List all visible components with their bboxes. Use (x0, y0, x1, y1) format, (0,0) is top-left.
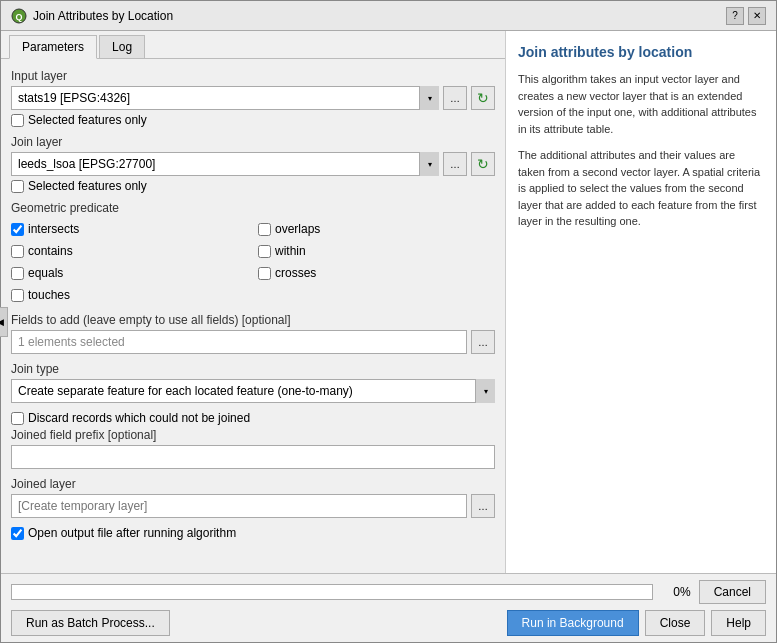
predicate-crosses: crosses (258, 266, 495, 280)
close-button[interactable]: Close (645, 610, 706, 636)
join-type-group: Join type Create separate feature for ea… (11, 362, 495, 403)
join-refresh-icon: ↻ (477, 156, 489, 172)
join-layer-select[interactable]: leeds_lsoa [EPSG:27700] (11, 152, 439, 176)
predicate-within: within (258, 244, 495, 258)
open-output-label: Open output file after running algorithm (28, 526, 236, 540)
geometric-predicate-label: Geometric predicate (11, 201, 495, 215)
join-layer-ellipsis-btn[interactable]: … (443, 152, 467, 176)
crosses-label: crosses (275, 266, 316, 280)
collapse-panel-btn[interactable]: ◀ (1, 307, 8, 337)
discard-records-checkbox[interactable] (11, 412, 24, 425)
input-layer-label: Input layer (11, 69, 495, 83)
fields-to-add-group: Fields to add (leave empty to use all fi… (11, 313, 495, 354)
join-ellipsis-icon: … (450, 159, 460, 170)
open-output-checkbox[interactable] (11, 527, 24, 540)
joined-layer-row: … (11, 494, 495, 518)
equals-label: equals (28, 266, 63, 280)
within-checkbox[interactable] (258, 245, 271, 258)
tab-log[interactable]: Log (99, 35, 145, 58)
discard-records-label: Discard records which could not be joine… (28, 411, 250, 425)
dialog-window: Q Join Attributes by Location ? ✕ Parame… (0, 0, 777, 643)
join-type-label: Join type (11, 362, 495, 376)
fields-to-add-input[interactable] (11, 330, 467, 354)
join-layer-row: leeds_lsoa [EPSG:27700] ▾ … ↻ (11, 152, 495, 176)
svg-text:Q: Q (15, 12, 22, 22)
contains-checkbox[interactable] (11, 245, 24, 258)
window-title: Join Attributes by Location (33, 9, 173, 23)
help-title-button[interactable]: ? (726, 7, 744, 25)
joined-layer-group: Joined layer … (11, 477, 495, 518)
right-buttons: Run in Background Close Help (507, 610, 766, 636)
cancel-button[interactable]: Cancel (699, 580, 766, 604)
open-output-row: Open output file after running algorithm (11, 526, 495, 540)
input-layer-refresh-btn[interactable]: ↻ (471, 86, 495, 110)
parameters-panel: Input layer stats19 [EPSG:4326] ▾ … ↻ (1, 59, 505, 573)
overlaps-label: overlaps (275, 222, 320, 236)
predicate-overlaps: overlaps (258, 222, 495, 236)
input-selected-only-row: Selected features only (11, 113, 495, 127)
joined-ellipsis-icon: … (478, 501, 488, 512)
join-layer-group: Join layer leeds_lsoa [EPSG:27700] ▾ … ↻ (11, 135, 495, 193)
left-panel: Parameters Log Input layer stats19 [EPSG… (1, 31, 506, 573)
crosses-checkbox[interactable] (258, 267, 271, 280)
intersects-label: intersects (28, 222, 79, 236)
input-layer-select[interactable]: stats19 [EPSG:4326] (11, 86, 439, 110)
progress-row: 0% Cancel (11, 580, 766, 604)
join-layer-label: Join layer (11, 135, 495, 149)
prefix-group: Joined field prefix [optional] (11, 428, 495, 469)
tabs-bar: Parameters Log (1, 31, 505, 59)
prefix-input[interactable] (11, 445, 495, 469)
equals-checkbox[interactable] (11, 267, 24, 280)
overlaps-checkbox[interactable] (258, 223, 271, 236)
tab-parameters[interactable]: Parameters (9, 35, 97, 59)
predicate-contains: contains (11, 244, 248, 258)
input-layer-row: stats19 [EPSG:4326] ▾ … ↻ (11, 86, 495, 110)
input-layer-ellipsis-btn[interactable]: … (443, 86, 467, 110)
contains-label: contains (28, 244, 73, 258)
input-selected-only-label: Selected features only (28, 113, 147, 127)
fields-ellipsis-btn[interactable]: … (471, 330, 495, 354)
joined-layer-ellipsis-btn[interactable]: … (471, 494, 495, 518)
help-panel: Join attributes by location This algorit… (506, 31, 776, 573)
title-bar: Q Join Attributes by Location ? ✕ (1, 1, 776, 31)
fields-to-add-label: Fields to add (leave empty to use all fi… (11, 313, 495, 327)
progress-bar (11, 584, 653, 600)
run-in-background-button[interactable]: Run in Background (507, 610, 639, 636)
help-paragraph-2: The additional attributes and their valu… (518, 147, 764, 230)
predicate-equals: equals (11, 266, 248, 280)
progress-pct: 0% (661, 585, 691, 599)
help-button[interactable]: Help (711, 610, 766, 636)
touches-checkbox[interactable] (11, 289, 24, 302)
qgis-icon: Q (11, 8, 27, 24)
predicates-grid: intersects overlaps contains (11, 219, 495, 305)
discard-records-row: Discard records which could not be joine… (11, 411, 495, 425)
predicate-intersects: intersects (11, 222, 248, 236)
close-title-button[interactable]: ✕ (748, 7, 766, 25)
join-layer-combo-wrapper: leeds_lsoa [EPSG:27700] ▾ (11, 152, 439, 176)
join-type-select-wrapper: Create separate feature for each located… (11, 379, 495, 403)
bottom-bar: 0% Cancel Run as Batch Process... Run in… (1, 573, 776, 642)
title-bar-left: Q Join Attributes by Location (11, 8, 173, 24)
collapse-icon: ◀ (1, 317, 4, 327)
joined-layer-input[interactable] (11, 494, 467, 518)
join-selected-only-label: Selected features only (28, 179, 147, 193)
join-selected-only-checkbox[interactable] (11, 180, 24, 193)
join-type-select[interactable]: Create separate feature for each located… (11, 379, 495, 403)
joined-layer-label: Joined layer (11, 477, 495, 491)
input-layer-group: Input layer stats19 [EPSG:4326] ▾ … ↻ (11, 69, 495, 127)
touches-label: touches (28, 288, 70, 302)
ellipsis-icon: … (450, 93, 460, 104)
join-layer-refresh-btn[interactable]: ↻ (471, 152, 495, 176)
help-title: Join attributes by location (518, 43, 764, 61)
input-layer-combo-wrapper: stats19 [EPSG:4326] ▾ (11, 86, 439, 110)
title-buttons: ? ✕ (726, 7, 766, 25)
intersects-checkbox[interactable] (11, 223, 24, 236)
dialog-body: Parameters Log Input layer stats19 [EPSG… (1, 31, 776, 573)
join-selected-only-row: Selected features only (11, 179, 495, 193)
input-selected-only-checkbox[interactable] (11, 114, 24, 127)
help-paragraph-1: This algorithm takes an input vector lay… (518, 71, 764, 137)
geometric-predicate-group: Geometric predicate intersects overlaps (11, 201, 495, 305)
fields-to-add-row: … (11, 330, 495, 354)
batch-process-button[interactable]: Run as Batch Process... (11, 610, 170, 636)
prefix-label: Joined field prefix [optional] (11, 428, 495, 442)
